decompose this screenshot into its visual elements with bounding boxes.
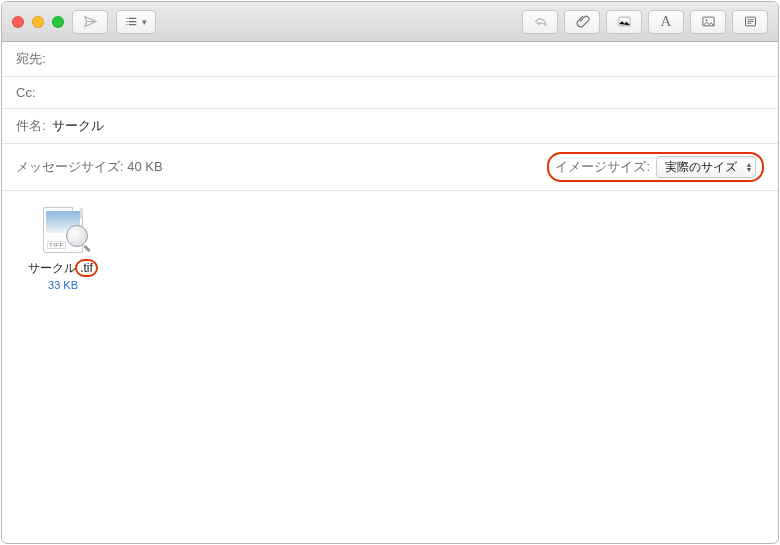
filename-ext-annotation: .tif — [75, 259, 98, 277]
image-size-selected: 実際のサイズ — [665, 159, 737, 176]
to-input[interactable] — [52, 52, 764, 67]
attachment-size: 33 KB — [48, 279, 78, 291]
reply-icon — [533, 14, 548, 29]
toolbar-right-group: A — [522, 10, 768, 34]
insert-image-button[interactable] — [606, 10, 642, 34]
list-icon — [125, 14, 140, 29]
message-body[interactable]: TIFF サークル.tif 33 KB — [2, 191, 778, 543]
insert-image-icon — [617, 14, 632, 29]
message-size-label: メッセージサイズ: — [16, 159, 124, 174]
photo-browser-button[interactable] — [690, 10, 726, 34]
minimize-window-button[interactable] — [32, 16, 44, 28]
image-size-label: イメージサイズ: — [555, 158, 650, 176]
header-fields-button[interactable]: ▾ — [116, 10, 156, 34]
compose-window: ▾ A 宛先: — [1, 1, 779, 544]
zoom-window-button[interactable] — [52, 16, 64, 28]
tiff-file-icon: TIFF — [40, 207, 86, 253]
cc-field-row: Cc: — [2, 77, 778, 109]
attach-button[interactable] — [564, 10, 600, 34]
attachment-item[interactable]: TIFF サークル.tif 33 KB — [18, 207, 108, 291]
svg-point-1 — [126, 21, 127, 22]
paperclip-icon — [575, 14, 590, 29]
subject-field-row: 件名: — [2, 109, 778, 144]
stationery-button[interactable] — [732, 10, 768, 34]
header-fields: 宛先: Cc: 件名: メッセージサイズ: 40 KB イメージサイズ: 実際の… — [2, 42, 778, 191]
chevron-down-icon: ▾ — [142, 17, 147, 27]
format-button[interactable]: A — [648, 10, 684, 34]
filename-base: サークル — [28, 260, 76, 277]
to-field-row: 宛先: — [2, 42, 778, 77]
attachment-filename: サークル.tif — [28, 259, 98, 277]
window-controls — [12, 16, 64, 28]
reply-button[interactable] — [522, 10, 558, 34]
svg-point-2 — [126, 24, 127, 25]
close-window-button[interactable] — [12, 16, 24, 28]
file-type-badge: TIFF — [47, 241, 66, 249]
send-icon — [83, 14, 98, 29]
cc-label: Cc: — [16, 85, 36, 100]
stationery-icon — [743, 14, 758, 29]
svg-point-5 — [705, 19, 707, 21]
message-size-value: 40 KB — [127, 159, 162, 174]
select-arrows-icon: ▴▾ — [747, 162, 751, 172]
subject-label: 件名: — [16, 117, 46, 135]
svg-point-0 — [126, 18, 127, 19]
photo-browser-icon — [701, 14, 716, 29]
format-icon: A — [661, 13, 672, 30]
subject-input[interactable] — [52, 119, 764, 134]
to-label: 宛先: — [16, 50, 46, 68]
titlebar: ▾ A — [2, 2, 778, 42]
cc-input[interactable] — [42, 85, 765, 100]
send-button[interactable] — [72, 10, 108, 34]
image-size-select[interactable]: 実際のサイズ ▴▾ — [656, 156, 756, 178]
message-size-row: メッセージサイズ: 40 KB イメージサイズ: 実際のサイズ ▴▾ — [2, 144, 778, 191]
image-size-annotation: イメージサイズ: 実際のサイズ ▴▾ — [547, 152, 764, 182]
